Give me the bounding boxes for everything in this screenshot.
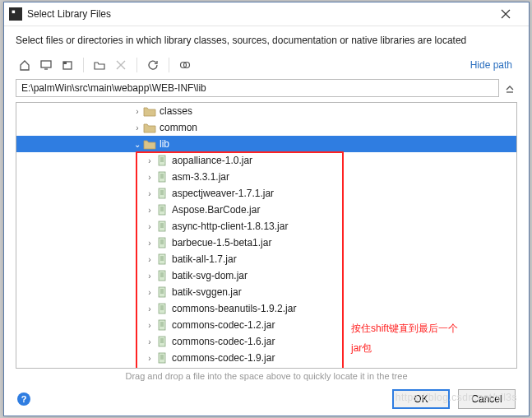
new-folder-icon <box>94 59 105 71</box>
tree-item-label: commons-beanutils-1.9.2.jar <box>172 303 296 314</box>
svg-rect-2 <box>41 61 51 67</box>
tree-item-label: lib <box>160 138 169 150</box>
file-icon <box>155 155 169 166</box>
file-icon <box>155 253 169 265</box>
tree-file[interactable]: ›commons-codec-1.9.jar <box>16 350 516 366</box>
tree-file[interactable]: ›batik-svggen.jar <box>16 284 516 300</box>
tree-item-label: commons-codec-1.6.jar <box>172 336 275 347</box>
new-folder-button[interactable] <box>90 56 109 74</box>
tree-file[interactable]: ›barbecue-1.5-beta1.jar <box>16 235 516 251</box>
hint-text: Drag and drop a file into the space abov… <box>4 369 529 381</box>
show-hidden-button[interactable] <box>176 56 194 74</box>
refresh-button[interactable] <box>144 56 162 74</box>
tree-file[interactable]: ›async-http-client-1.8.13.jar <box>16 218 516 235</box>
tree-item-label: async-http-client-1.8.13.jar <box>172 221 288 232</box>
tree-folder[interactable]: ›common <box>16 119 516 136</box>
dialog-window: Select Library Files Select files or dir… <box>3 2 530 416</box>
expand-arrow[interactable]: › <box>144 354 155 363</box>
tree-item-label: aspectjweaver-1.7.1.jar <box>172 188 274 199</box>
expand-arrow[interactable]: › <box>144 288 155 297</box>
delete-icon <box>116 60 126 70</box>
expand-arrow[interactable]: › <box>144 337 155 346</box>
path-row <box>4 79 529 102</box>
tree-item-label: barbecue-1.5-beta1.jar <box>172 237 271 248</box>
svg-rect-11 <box>159 172 165 182</box>
tree-item-label: common <box>160 122 197 133</box>
cancel-button[interactable]: Cancel <box>458 389 516 409</box>
history-button[interactable] <box>502 79 517 97</box>
file-icon <box>155 188 169 199</box>
svg-rect-47 <box>159 320 165 330</box>
close-button[interactable] <box>488 2 524 26</box>
svg-rect-51 <box>159 337 165 346</box>
file-icon <box>155 336 169 347</box>
tree-file[interactable]: ›commons-codec-1.2.jar <box>16 317 516 333</box>
tree-item-label: batik-svg-dom.jar <box>172 270 247 281</box>
file-tree[interactable]: ›classes›common⌄lib›aopalliance-1.0.jar›… <box>16 102 517 369</box>
tree-file[interactable]: ›aspectjweaver-1.7.1.jar <box>16 185 516 202</box>
tree-file[interactable]: ›commons-codec-1.6.jar <box>16 333 516 350</box>
project-icon <box>62 59 73 71</box>
svg-rect-15 <box>159 188 165 198</box>
tree-item-label: aopalliance-1.0.jar <box>172 155 252 166</box>
tree-item-label: batik-all-1.7.jar <box>172 253 237 265</box>
project-button[interactable] <box>58 56 76 74</box>
delete-button[interactable] <box>112 56 130 74</box>
dialog-title: Select Library Files <box>27 8 488 20</box>
file-icon <box>155 171 169 183</box>
tree-file[interactable]: ›batik-all-1.7.jar <box>16 251 516 267</box>
toolbar: Hide path <box>4 53 529 79</box>
svg-rect-55 <box>159 353 165 363</box>
folder-icon <box>143 138 156 150</box>
tree-folder[interactable]: ›classes <box>16 103 516 119</box>
expand-arrow[interactable]: › <box>144 321 155 330</box>
tree-item-label: asm-3.3.1.jar <box>172 171 229 183</box>
svg-rect-7 <box>159 156 165 165</box>
home-button[interactable] <box>16 56 34 74</box>
tree-file[interactable]: ›commons-beanutils-1.9.2.jar <box>16 300 516 317</box>
expand-arrow[interactable]: › <box>144 304 155 314</box>
tree-file[interactable]: ›asm-3.3.1.jar <box>16 169 516 185</box>
ok-button[interactable]: OK <box>392 389 450 409</box>
file-icon <box>155 204 169 216</box>
dialog-description: Select files or directories in which lib… <box>4 26 529 53</box>
toolbar-separator <box>83 58 84 72</box>
path-input[interactable] <box>16 79 499 97</box>
tree-file[interactable]: ›batik-svg-dom.jar <box>16 267 516 284</box>
file-icon <box>155 286 169 298</box>
expand-arrow[interactable]: › <box>144 206 155 215</box>
expand-arrow[interactable]: › <box>132 123 143 132</box>
tree-item-label: batik-svggen.jar <box>172 286 242 298</box>
svg-rect-43 <box>159 304 165 314</box>
expand-arrow[interactable]: › <box>144 255 155 264</box>
expand-arrow[interactable]: › <box>144 156 155 165</box>
expand-arrow[interactable]: › <box>144 239 155 248</box>
hide-path-link[interactable]: Hide path <box>470 59 517 71</box>
svg-rect-27 <box>159 238 165 248</box>
tree-file[interactable]: ›Aspose.BarCode.jar <box>16 202 516 218</box>
file-icon <box>155 270 169 281</box>
desktop-button[interactable] <box>37 56 55 74</box>
expand-arrow[interactable]: › <box>144 272 155 281</box>
svg-rect-4 <box>63 62 67 64</box>
expand-arrow[interactable]: › <box>132 107 143 116</box>
file-icon <box>155 237 169 248</box>
svg-rect-1 <box>12 11 16 14</box>
home-icon <box>19 59 30 71</box>
toolbar-separator <box>169 58 169 72</box>
file-icon <box>155 221 169 232</box>
help-button[interactable]: ? <box>17 392 30 406</box>
file-icon <box>155 352 169 364</box>
expand-arrow[interactable]: › <box>144 222 155 231</box>
file-icon <box>155 303 169 314</box>
tree-folder[interactable]: ⌄lib <box>16 136 516 152</box>
expand-arrow[interactable]: › <box>144 189 155 198</box>
tree-item-label: commons-codec-1.2.jar <box>172 319 275 331</box>
toolbar-separator <box>136 58 137 72</box>
expand-arrow[interactable]: › <box>144 173 155 182</box>
svg-rect-35 <box>159 271 165 281</box>
expand-arrow[interactable]: ⌄ <box>132 140 143 149</box>
show-hidden-icon <box>179 59 191 71</box>
tree-file[interactable]: ›aopalliance-1.0.jar <box>16 152 516 169</box>
tree-item-label: commons-codec-1.9.jar <box>172 352 275 364</box>
